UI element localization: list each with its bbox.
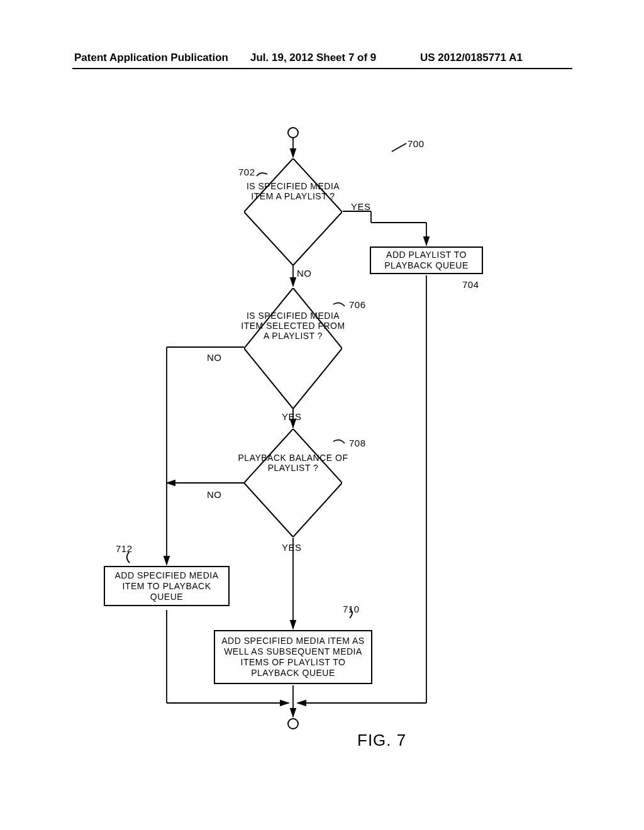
process-704-text: ADD PLAYLIST TO PLAYBACK QUEUE [374,250,479,271]
svg-marker-17 [244,288,342,409]
decision-708-text: PLAYBACK BALANCE OF PLAYLIST ? [238,453,348,473]
end-terminator [287,718,299,729]
edge-no-706: NO [207,352,222,363]
ref-704: 704 [462,279,479,290]
ref-708: 708 [349,438,366,448]
ref-706: 706 [349,299,366,310]
svg-marker-16 [244,158,342,265]
svg-marker-18 [244,429,342,537]
decision-706-text: IS SPECIFIED MEDIA ITEM SELECTED FROM A … [238,311,348,341]
edge-yes-708: YES [282,542,302,553]
header-left: Patent Application Publication [74,52,228,64]
edge-yes-706: YES [282,411,302,422]
process-712: ADD SPECIFIED MEDIA ITEM TO PLAYBACK QUE… [104,566,230,606]
edge-no-702: NO [297,268,312,279]
header-right: US 2012/0185771 A1 [420,52,523,64]
process-710: ADD SPECIFIED MEDIA ITEM AS WELL AS SUBS… [214,630,372,684]
decision-702-text: IS SPECIFIED MEDIA ITEM A PLAYLIST ? [238,181,348,201]
ref-710: 710 [343,604,360,614]
process-712-text: ADD SPECIFIED MEDIA ITEM TO PLAYBACK QUE… [108,570,226,602]
process-704: ADD PLAYLIST TO PLAYBACK QUEUE [370,246,483,274]
ref-702: 702 [238,167,255,177]
start-terminator [287,127,299,138]
patent-page: Patent Application Publication Jul. 19, … [0,0,644,830]
decision-708 [244,429,342,537]
ref-712: 712 [116,543,133,554]
figure-label: FIG. 7 [357,731,406,750]
header-center: Jul. 19, 2012 Sheet 7 of 9 [250,52,376,64]
decision-702 [244,158,342,265]
flowchart-connectors [0,0,644,830]
ref-700: 700 [408,138,425,149]
decision-706 [244,288,342,409]
process-710-text: ADD SPECIFIED MEDIA ITEM AS WELL AS SUBS… [218,636,369,678]
edge-yes-702: YES [351,201,371,212]
header-divider [72,68,572,69]
edge-no-708: NO [207,489,222,500]
